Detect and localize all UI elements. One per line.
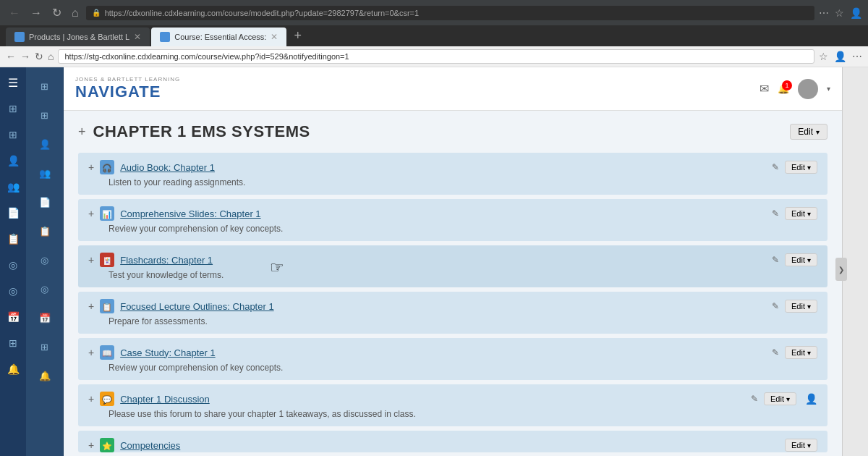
discussion-title[interactable]: Chapter 1 Discussion	[120, 394, 742, 405]
extensions-icon[interactable]: ⋯	[819, 7, 829, 19]
reload-button[interactable]: ↻	[49, 4, 64, 21]
tab-close-1[interactable]: ✕	[134, 32, 141, 42]
slides-edit-button[interactable]: Edit	[785, 207, 817, 220]
audiobook-edit-button[interactable]: Edit	[785, 161, 817, 174]
competencies-title[interactable]: Competencies	[120, 440, 779, 451]
casestudy-edit-pencil[interactable]: ✎	[772, 347, 779, 358]
activity-casestudy-add[interactable]: +	[88, 347, 94, 358]
outlines-icon	[100, 299, 114, 313]
activity-outlines-header: + Focused Lecture Outlines: Chapter 1 ✎ …	[88, 299, 817, 313]
audiobook-description: Listen to your reading assignments.	[109, 177, 817, 187]
sidebar-wide-icon-doc[interactable]: 📄	[32, 189, 58, 215]
activity-discussion-add[interactable]: +	[88, 393, 94, 405]
activity-flashcards-add[interactable]: +	[88, 254, 94, 266]
slides-edit-label: Edit	[791, 209, 805, 218]
sidebar-icon-doc[interactable]: 📄	[3, 203, 23, 223]
sidebar-icon-grid2[interactable]: ⊞	[3, 124, 23, 145]
home-button[interactable]: ⌂	[69, 5, 82, 21]
home-btn2[interactable]: ⌂	[48, 51, 54, 62]
browser-tab-2[interactable]: Course: Essential Access: ✕	[151, 28, 286, 46]
competencies-edit-button[interactable]: Edit	[785, 439, 817, 452]
sidebar-icon-calendar[interactable]: 📅	[3, 307, 23, 327]
audiobook-title[interactable]: Audio Book: Chapter 1	[120, 162, 763, 173]
casestudy-icon	[100, 345, 114, 360]
profile-btn2[interactable]: 👤	[834, 51, 846, 62]
sidebar-wide-icon-circle1[interactable]: ◎	[32, 247, 58, 273]
discussion-edit-arrow	[786, 394, 790, 403]
outlines-title[interactable]: Focused Lecture Outlines: Chapter 1	[120, 301, 763, 312]
activity-outlines-add[interactable]: +	[88, 300, 94, 312]
casestudy-edit-button[interactable]: Edit	[785, 346, 817, 359]
activity-audiobook-header: + Audio Book: Chapter 1 ✎ Edit	[88, 160, 817, 174]
casestudy-description: Review your comprehension of key concept…	[109, 363, 817, 373]
bookmark-icon[interactable]: ☆	[835, 7, 844, 19]
sidebar-icon-grid3[interactable]: ⊞	[3, 333, 23, 353]
sidebar-wide-icon-users[interactable]: 👥	[32, 160, 58, 186]
study-icon	[102, 347, 112, 358]
activity-item-outlines: + Focused Lecture Outlines: Chapter 1 ✎ …	[78, 292, 827, 334]
chapter-edit-arrow	[816, 127, 820, 137]
reload-btn2[interactable]: ↻	[35, 51, 43, 62]
tab-favicon-1	[14, 32, 25, 42]
activity-audiobook-add[interactable]: +	[88, 161, 94, 173]
sidebar-wide-icon-user[interactable]: 👤	[32, 131, 58, 157]
sidebar-wide-icon-bell[interactable]: 🔔	[32, 363, 58, 389]
notification-bell[interactable]: 🔔 1	[778, 83, 789, 94]
sidebar-icon-dashboard[interactable]: ⊞	[3, 98, 23, 119]
hamburger-menu[interactable]: ☰	[5, 73, 21, 93]
sidebar-wide-icon-circle2[interactable]: ◎	[32, 276, 58, 302]
sidebar-wide-icon-calendar[interactable]: 📅	[32, 305, 58, 331]
tab-close-2[interactable]: ✕	[271, 32, 278, 42]
tab-label-1: Products | Jones & Bartlett L	[29, 33, 129, 41]
forward-button[interactable]: →	[27, 5, 45, 21]
outlines-edit-button[interactable]: Edit	[785, 300, 817, 313]
sidebar-wide-icon-list[interactable]: 📋	[32, 218, 58, 244]
sidebar-icon-circle2[interactable]: ◎	[3, 281, 23, 301]
activity-competencies-add[interactable]: +	[88, 439, 94, 451]
more-btn2[interactable]: ⋯	[852, 51, 862, 62]
forward-btn2[interactable]: →	[20, 51, 30, 62]
slides-edit-arrow	[807, 209, 811, 218]
sidebar-icon-users[interactable]: 👥	[3, 177, 23, 197]
sidebar-icon-circle1[interactable]: ◎	[3, 255, 23, 275]
chapter-edit-button[interactable]: Edit	[790, 124, 827, 140]
slides-edit-pencil[interactable]: ✎	[772, 208, 779, 219]
outlines-edit-pencil[interactable]: ✎	[772, 301, 779, 311]
sidebar-icon-bell[interactable]: 🔔	[3, 359, 23, 379]
flashcards-title[interactable]: Flashcards: Chapter 1	[120, 255, 763, 266]
activity-item-audiobook: + Audio Book: Chapter 1 ✎ Edit Listen to…	[78, 153, 827, 195]
discussion-description: Please use this forum to share your chap…	[109, 409, 817, 419]
sidebar-wide-icon-1[interactable]: ⊞	[32, 73, 58, 99]
activity-slides-add[interactable]: +	[88, 208, 94, 219]
sidebar-icon-user[interactable]: 👤	[3, 151, 23, 171]
discussion-edit-pencil[interactable]: ✎	[751, 394, 758, 404]
flashcards-edit-button[interactable]: Edit	[785, 253, 817, 266]
secondary-right-icons: ☆ 👤 ⋯	[819, 51, 862, 62]
bookmark-btn2[interactable]: ☆	[819, 51, 828, 62]
user-menu-arrow[interactable]: ▾	[827, 85, 830, 93]
flashcards-description: Test your knowledge of terms.	[109, 270, 817, 280]
sidebar-wide-icon-grid[interactable]: ⊞	[32, 334, 58, 360]
collapse-panel-button[interactable]: ❯	[835, 258, 847, 281]
new-tab-button[interactable]: +	[288, 25, 307, 46]
secondary-address-field[interactable]: https://stg-cdxonline.cdxlearning.com/co…	[58, 49, 814, 64]
audiobook-edit-pencil[interactable]: ✎	[772, 162, 779, 172]
discussion-edit-button[interactable]: Edit	[764, 392, 796, 405]
discussion-user-icon[interactable]: 👤	[805, 393, 817, 405]
address-bar[interactable]: 🔒 https://cdxonline.cdxlearning.com/cour…	[86, 6, 814, 20]
browser-tab-1[interactable]: Products | Jones & Bartlett L ✕	[6, 28, 150, 46]
back-button[interactable]: ←	[6, 5, 23, 21]
back-btn2[interactable]: ←	[6, 51, 16, 62]
casestudy-title[interactable]: Case Study: Chapter 1	[120, 347, 763, 358]
sidebar-icon-list[interactable]: 📋	[3, 229, 23, 249]
profile-icon[interactable]: 👤	[850, 7, 862, 19]
chapter-add-button[interactable]: +	[78, 124, 86, 140]
sidebar-wide-icon-2[interactable]: ⊞	[32, 102, 58, 128]
casestudy-edit-arrow	[807, 348, 811, 357]
flashcards-edit-arrow	[807, 256, 811, 264]
outlines-description: Prepare for assessments.	[109, 316, 817, 326]
slides-title[interactable]: Comprehensive Slides: Chapter 1	[120, 208, 763, 219]
mail-icon[interactable]: ✉	[760, 82, 769, 96]
flashcards-edit-pencil[interactable]: ✎	[772, 255, 779, 265]
user-avatar[interactable]	[798, 79, 818, 99]
